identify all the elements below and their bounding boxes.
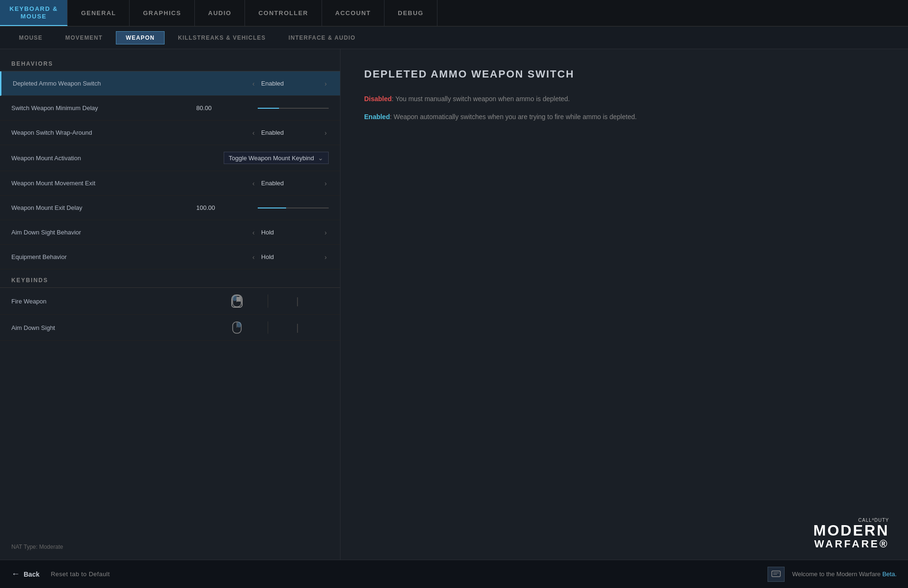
arrow-right-icon[interactable]: › (323, 228, 329, 237)
setting-value: Enabled (261, 129, 318, 136)
tab-audio[interactable]: AUDIO (195, 0, 245, 26)
description-panel: DEPLETED AMMO WEAPON SWITCH Disabled: Yo… (340, 49, 908, 560)
setting-label: Weapon Mount Movement Exit (11, 180, 96, 187)
arrow-left-icon[interactable]: ‹ (251, 79, 257, 88)
slider-fill (258, 208, 286, 208)
setting-control: ‹ Enabled › (251, 179, 329, 188)
svg-rect-6 (772, 571, 780, 577)
back-arrow-icon: ← (11, 569, 20, 579)
arrow-left-icon[interactable]: ‹ (251, 252, 257, 262)
welcome-text: Welcome to the Modern Warfare Beta. (792, 571, 897, 578)
chat-icon[interactable] (768, 567, 785, 582)
arrow-left-icon[interactable]: ‹ (251, 179, 257, 188)
slider-container[interactable] (258, 108, 329, 109)
keybind-label: Fire Weapon (11, 298, 211, 305)
setting-label: Aim Down Sight Behavior (11, 229, 81, 236)
arrow-left-icon[interactable]: ‹ (251, 228, 257, 237)
back-button[interactable]: ← Back (11, 569, 39, 579)
svg-rect-5 (237, 322, 241, 328)
keybinds-section-header: KEYBINDS (0, 273, 340, 288)
tab-controller-label: CONTROLLER (258, 9, 308, 17)
tab-debug-label: DEBUG (398, 9, 423, 17)
back-button-label: Back (24, 571, 39, 578)
tab-audio-label: AUDIO (208, 9, 231, 17)
cod-logo: CALLᴿDUTY MODERN WARFARE® (813, 518, 889, 550)
keybind-slot-secondary[interactable]: | (272, 296, 329, 307)
tab-keyboard-mouse[interactable]: KEYBOARD & MOUSE (0, 0, 68, 26)
arrow-left-icon[interactable]: ‹ (251, 128, 257, 138)
subtab-movement[interactable]: MOVEMENT (56, 32, 112, 44)
setting-control: 80.00 (196, 104, 329, 112)
arrow-right-icon[interactable]: › (323, 252, 329, 262)
settings-panel: BEHAVIORS Depleted Ammo Weapon Switch ‹ … (0, 49, 340, 560)
reset-tab-button[interactable]: Reset tab to Default (51, 571, 110, 578)
setting-weapon-mount-movement-exit[interactable]: Weapon Mount Movement Exit ‹ Enabled › (0, 171, 340, 196)
tab-graphics-label: GRAPHICS (143, 9, 181, 17)
setting-switch-weapon-minimum-delay[interactable]: Switch Weapon Minimum Delay 80.00 (0, 96, 340, 121)
keybind-aim-down-sight[interactable]: Aim Down Sight | (0, 315, 340, 341)
enabled-keyword: Enabled (364, 113, 390, 121)
setting-value: Hold (261, 253, 318, 260)
setting-control: ‹ Hold › (251, 228, 329, 237)
setting-depleted-ammo-weapon-switch[interactable]: Depleted Ammo Weapon Switch ‹ Enabled › (0, 71, 340, 96)
dropdown-control[interactable]: Toggle Weapon Mount Keybind ⌄ (224, 152, 329, 164)
description-text-disabled: : You must manually switch weapon when a… (392, 95, 570, 103)
tab-graphics[interactable]: GRAPHICS (130, 0, 195, 26)
setting-value: Toggle Weapon Mount Keybind (229, 155, 314, 162)
setting-value: 80.00 (196, 104, 253, 112)
subtab-weapon[interactable]: WEAPON (116, 31, 165, 44)
keybind-slot-secondary[interactable]: | (272, 322, 329, 333)
mouse-icon-svg (232, 321, 242, 334)
svg-rect-2 (233, 295, 237, 301)
slider-container[interactable] (258, 208, 329, 208)
setting-value: Enabled (261, 80, 318, 87)
keybind-slots: | (211, 294, 329, 308)
welcome-link[interactable]: Beta. (882, 571, 897, 578)
description-paragraph-disabled: Disabled: You must manually switch weapo… (364, 94, 884, 104)
setting-weapon-mount-activation[interactable]: Weapon Mount Activation Toggle Weapon Mo… (0, 145, 340, 171)
bottom-right-controls: Welcome to the Modern Warfare Beta. (768, 567, 897, 582)
subtab-killstreaks-vehicles[interactable]: KILLSTREAKS & VEHICLES (168, 32, 275, 44)
slider-track (258, 208, 329, 208)
arrow-right-icon[interactable]: › (323, 128, 329, 138)
tab-debug[interactable]: DEBUG (384, 0, 437, 26)
slider-track (258, 108, 329, 109)
description-text-enabled: : Weapon automatically switches when you… (390, 113, 637, 121)
subtab-interface-audio[interactable]: INTERFACE & AUDIO (279, 32, 365, 44)
tab-account-label: ACCOUNT (335, 9, 371, 17)
setting-label: Equipment Behavior (11, 253, 67, 260)
description-title: DEPLETED AMMO WEAPON SWITCH (364, 68, 884, 80)
keybind-slot-primary[interactable] (211, 294, 268, 308)
bottom-left-controls: ← Back Reset tab to Default (11, 569, 110, 579)
nat-status: NAT Type: Moderate (11, 544, 63, 550)
chat-bubble-icon (771, 571, 781, 578)
mouse-left-button-icon (231, 294, 243, 308)
tab-general[interactable]: GENERAL (68, 0, 130, 26)
keybind-slot-primary[interactable] (211, 321, 268, 334)
setting-label: Weapon Switch Wrap-Around (11, 129, 92, 136)
setting-value: Enabled (261, 180, 318, 187)
disabled-keyword: Disabled (364, 95, 392, 103)
setting-control: ‹ Enabled › (251, 128, 329, 138)
setting-label: Weapon Mount Activation (11, 155, 81, 162)
tab-controller[interactable]: CONTROLLER (245, 0, 322, 26)
cod-modern-text: MODERN (813, 523, 889, 538)
setting-equipment-behavior[interactable]: Equipment Behavior ‹ Hold › (0, 245, 340, 269)
setting-weapon-switch-wrap-around[interactable]: Weapon Switch Wrap-Around ‹ Enabled › (0, 121, 340, 145)
setting-value: 100.00 (196, 204, 253, 211)
keybind-slots: | (211, 321, 329, 334)
keybind-fire-weapon[interactable]: Fire Weapon | (0, 288, 340, 315)
setting-control: ‹ Enabled › (251, 79, 329, 88)
description-paragraph-enabled: Enabled: Weapon automatically switches w… (364, 112, 884, 122)
arrow-right-icon[interactable]: › (323, 179, 329, 188)
tab-account[interactable]: ACCOUNT (322, 0, 385, 26)
setting-control: Toggle Weapon Mount Keybind ⌄ (224, 152, 329, 164)
setting-control: 100.00 (196, 204, 329, 211)
subtab-mouse[interactable]: MOUSE (9, 32, 52, 44)
cod-warfare-text: WARFARE® (813, 538, 889, 550)
setting-weapon-mount-exit-delay[interactable]: Weapon Mount Exit Delay 100.00 (0, 196, 340, 220)
arrow-right-icon[interactable]: › (323, 79, 329, 88)
tab-keyboard-mouse-label: KEYBOARD & MOUSE (9, 5, 58, 20)
setting-aim-down-sight-behavior[interactable]: Aim Down Sight Behavior ‹ Hold › (0, 220, 340, 245)
behaviors-section-header: BEHAVIORS (0, 57, 340, 71)
